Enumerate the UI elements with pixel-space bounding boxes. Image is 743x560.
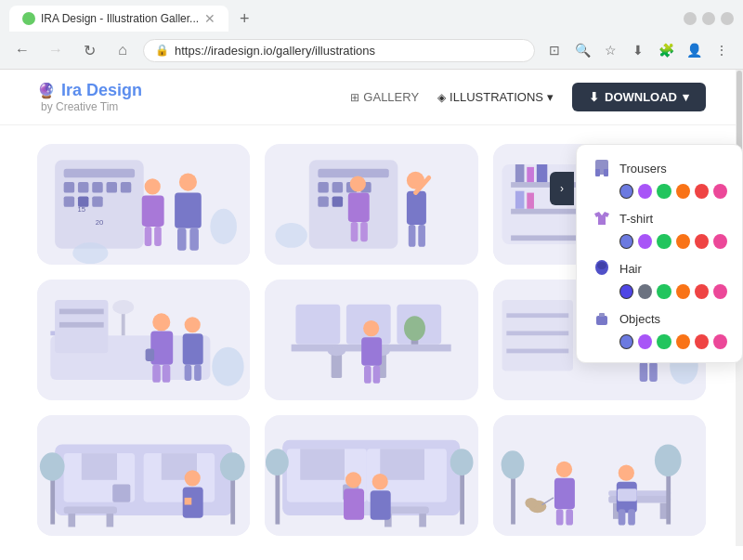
menu-icon[interactable]: ⋮ bbox=[710, 38, 734, 62]
swatch-tshirt-2[interactable] bbox=[657, 234, 671, 249]
cast-icon[interactable]: ⊡ bbox=[542, 38, 567, 62]
gallery-item[interactable]: 15 20 bbox=[37, 144, 250, 265]
svg-rect-6 bbox=[107, 182, 117, 192]
swatch-tshirt-5[interactable] bbox=[713, 234, 727, 249]
svg-rect-112 bbox=[64, 506, 117, 514]
tab-close-button[interactable]: ✕ bbox=[204, 11, 215, 26]
svg-rect-163 bbox=[604, 169, 608, 176]
swatch-objects-3[interactable] bbox=[676, 334, 690, 349]
svg-rect-2 bbox=[64, 169, 135, 178]
svg-rect-63 bbox=[59, 322, 104, 328]
svg-rect-92 bbox=[502, 300, 572, 371]
url-text: https://iradesign.io/gallery/illustratio… bbox=[175, 44, 523, 58]
swatch-trousers-1[interactable] bbox=[638, 184, 652, 199]
gallery-item[interactable] bbox=[493, 415, 706, 536]
svg-point-22 bbox=[72, 242, 108, 264]
search-icon[interactable]: 🔍 bbox=[570, 38, 594, 62]
window-minimize[interactable] bbox=[684, 12, 697, 25]
illustrations-icon: ◈ bbox=[437, 91, 446, 104]
swatch-objects-5[interactable] bbox=[713, 334, 727, 349]
gallery-nav-link[interactable]: ⊞ GALLERY bbox=[350, 90, 419, 104]
lock-icon: 🔒 bbox=[155, 44, 169, 57]
gallery-item[interactable] bbox=[37, 415, 250, 536]
svg-rect-69 bbox=[163, 365, 171, 383]
svg-rect-39 bbox=[351, 222, 358, 241]
swatch-objects-2[interactable] bbox=[657, 334, 671, 349]
window-maximize[interactable] bbox=[702, 12, 715, 25]
swatch-hair-3[interactable] bbox=[676, 284, 690, 299]
gallery-item[interactable] bbox=[265, 280, 477, 400]
back-button[interactable]: ← bbox=[9, 37, 35, 63]
extensions-icon[interactable]: 🧩 bbox=[654, 38, 678, 62]
page-content: 🔮 Ira Design by Creative Tim ⊞ GALLERY ◈… bbox=[0, 70, 743, 546]
swatch-tshirt-1[interactable] bbox=[638, 234, 652, 249]
svg-rect-35 bbox=[409, 225, 416, 247]
svg-rect-25 bbox=[319, 169, 389, 178]
svg-rect-48 bbox=[527, 167, 534, 182]
gallery-item[interactable] bbox=[265, 415, 477, 536]
download-button[interactable]: ⬇ DOWNLOAD ▾ bbox=[572, 83, 706, 111]
svg-rect-150 bbox=[554, 478, 575, 509]
download-icon[interactable]: ⬇ bbox=[626, 38, 650, 62]
svg-rect-101 bbox=[639, 362, 647, 382]
window-close[interactable] bbox=[721, 12, 734, 25]
reload-button[interactable]: ↻ bbox=[76, 37, 102, 63]
svg-point-116 bbox=[40, 452, 65, 481]
swatch-trousers-4[interactable] bbox=[695, 184, 709, 199]
swatch-trousers-3[interactable] bbox=[676, 184, 690, 199]
swatch-tshirt-3[interactable] bbox=[676, 234, 690, 249]
svg-rect-89 bbox=[364, 366, 372, 384]
svg-point-165 bbox=[597, 262, 606, 269]
bookmark-icon[interactable]: ☆ bbox=[598, 38, 622, 62]
section-header-objects: Objects bbox=[592, 308, 727, 329]
browser-tab[interactable]: IRA Design - Illustration Galler... ✕ bbox=[9, 6, 228, 32]
swatch-objects-4[interactable] bbox=[695, 334, 709, 349]
swatch-hair-2[interactable] bbox=[657, 284, 671, 299]
svg-rect-139 bbox=[371, 490, 391, 520]
window-controls bbox=[684, 12, 734, 25]
svg-point-13 bbox=[179, 174, 197, 191]
section-icon-tshirt bbox=[592, 208, 612, 228]
swatches-hair bbox=[619, 284, 727, 299]
swatch-hair-1[interactable] bbox=[638, 284, 652, 299]
swatch-objects-0[interactable] bbox=[619, 334, 633, 349]
site-header: 🔮 Ira Design by Creative Tim ⊞ GALLERY ◈… bbox=[0, 70, 743, 125]
svg-rect-111 bbox=[112, 485, 130, 502]
gallery-item[interactable] bbox=[37, 280, 250, 400]
svg-rect-30 bbox=[319, 196, 329, 206]
swatch-trousers-0[interactable] bbox=[619, 184, 633, 199]
svg-text:15: 15 bbox=[78, 205, 85, 214]
home-button[interactable]: ⌂ bbox=[110, 37, 136, 63]
svg-rect-49 bbox=[536, 164, 546, 182]
svg-rect-127 bbox=[381, 449, 425, 479]
svg-rect-88 bbox=[361, 337, 382, 366]
nav-dropdown-arrow: ▾ bbox=[547, 90, 554, 104]
svg-rect-51 bbox=[527, 193, 534, 209]
logo-icon: 🔮 bbox=[37, 82, 56, 99]
swatch-trousers-2[interactable] bbox=[657, 184, 671, 199]
swatch-tshirt-0[interactable] bbox=[619, 234, 633, 249]
swatch-objects-1[interactable] bbox=[638, 334, 652, 349]
address-bar[interactable]: 🔒 https://iradesign.io/gallery/illustrat… bbox=[143, 39, 535, 62]
gallery-item[interactable] bbox=[265, 144, 477, 265]
svg-rect-8 bbox=[64, 196, 74, 206]
swatch-hair-4[interactable] bbox=[695, 284, 709, 299]
svg-rect-33 bbox=[407, 191, 426, 225]
color-panel-toggle[interactable]: › bbox=[550, 172, 574, 205]
svg-point-87 bbox=[363, 320, 379, 336]
swatch-trousers-5[interactable] bbox=[713, 184, 727, 199]
forward-button[interactable]: → bbox=[43, 37, 69, 63]
illustrations-nav-link[interactable]: ◈ ILLUSTRATIONS ▾ bbox=[437, 90, 554, 104]
profile-icon[interactable]: 👤 bbox=[682, 38, 706, 62]
svg-rect-143 bbox=[659, 503, 667, 519]
svg-rect-167 bbox=[599, 313, 605, 317]
new-tab-button[interactable]: + bbox=[232, 7, 257, 31]
swatch-tshirt-4[interactable] bbox=[695, 234, 709, 249]
svg-rect-20 bbox=[154, 227, 162, 246]
download-icon: ⬇ bbox=[589, 90, 599, 104]
swatch-hair-5[interactable] bbox=[713, 284, 727, 299]
svg-rect-140 bbox=[493, 418, 706, 533]
svg-rect-7 bbox=[121, 182, 131, 192]
swatch-hair-0[interactable] bbox=[619, 284, 633, 299]
toolbar-icons: ⊡ 🔍 ☆ ⬇ 🧩 👤 ⋮ bbox=[542, 38, 734, 62]
